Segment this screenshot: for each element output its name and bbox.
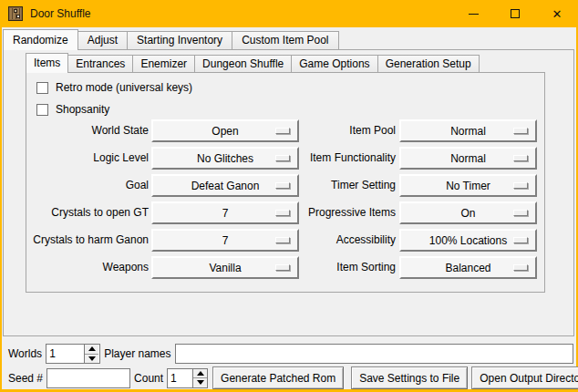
- count-spin-buttons: [192, 369, 207, 387]
- titlebar: Door Shuffle ✕: [0, 0, 578, 27]
- bottom-controls: Worlds Player names Seed # Count: [2, 337, 576, 389]
- item-sorting-value: Balanced: [445, 262, 490, 274]
- dropdown-indicator-icon: [513, 182, 528, 189]
- tab-enemizer[interactable]: Enemizer: [132, 55, 195, 72]
- worlds-label: Worlds: [8, 347, 42, 360]
- spin-down-button[interactable]: [193, 378, 207, 387]
- item-functionality-label: Item Functionality: [273, 147, 396, 170]
- timer-setting-value: No Timer: [446, 180, 490, 192]
- spin-down-icon: [88, 356, 96, 361]
- maximize-button[interactable]: [494, 0, 536, 27]
- goal-value: Defeat Ganon: [191, 180, 260, 192]
- item-functionality-value: Normal: [450, 152, 486, 165]
- progressive-items-label: Progressive Items: [273, 201, 396, 224]
- timer-setting-label: Timer Setting: [273, 174, 396, 197]
- tab-items[interactable]: Items: [26, 53, 68, 73]
- tab-adjust[interactable]: Adjust: [77, 31, 128, 49]
- timer-setting-dropdown[interactable]: No Timer: [399, 174, 537, 197]
- tab-custom-item-pool[interactable]: Custom Item Pool: [232, 31, 338, 49]
- world-state-label: World State: [26, 119, 149, 142]
- progressive-items-value: On: [460, 207, 475, 220]
- tab-dungeon-shuffle[interactable]: Dungeon Shuffle: [194, 55, 292, 72]
- window-body: Randomize Adjust Starting Inventory Cust…: [2, 27, 576, 389]
- player-names-input[interactable]: [175, 344, 574, 364]
- crystals-ganon-value: 7: [222, 234, 229, 247]
- item-pool-value: Normal: [450, 125, 486, 138]
- retro-mode-label: Retro mode (universal keys): [56, 81, 192, 94]
- caption-buttons: ✕: [452, 0, 578, 27]
- maximize-icon: [511, 9, 520, 18]
- spin-up-icon: [197, 371, 204, 376]
- spin-up-icon: [88, 346, 96, 351]
- count-input[interactable]: [168, 369, 192, 387]
- item-pool-dropdown[interactable]: Normal: [399, 119, 537, 142]
- player-names-label: Player names: [104, 347, 170, 360]
- goal-label: Goal: [26, 174, 149, 197]
- seed-input[interactable]: [46, 368, 130, 388]
- dropdown-indicator-icon: [513, 128, 528, 134]
- dropdown-indicator-icon: [513, 237, 528, 243]
- retro-mode-checkbox[interactable]: Retro mode (universal keys): [36, 81, 192, 94]
- item-functionality-dropdown[interactable]: Normal: [399, 147, 537, 170]
- accessibility-label: Accessibility: [273, 229, 396, 252]
- tab-generation-setup[interactable]: Generation Setup: [377, 55, 480, 72]
- open-output-button[interactable]: Open Output Directory: [471, 366, 578, 389]
- item-sorting-dropdown[interactable]: Balanced: [399, 256, 537, 279]
- accessibility-dropdown[interactable]: 100% Locations: [399, 229, 537, 252]
- dropdown-indicator-icon: [513, 210, 528, 216]
- minimize-icon: [469, 14, 479, 15]
- dropdown-indicator-icon: [513, 155, 528, 161]
- crystals-gt-value: 7: [222, 207, 229, 220]
- seed-row: Seed # Count Generate Patched Rom Save S…: [8, 366, 573, 389]
- spin-down-button[interactable]: [85, 355, 98, 364]
- item-sorting-label: Item Sorting: [273, 256, 396, 279]
- accessibility-value: 100% Locations: [429, 234, 507, 247]
- crystals-gt-label: Crystals to open GT: [26, 201, 149, 224]
- spin-up-button[interactable]: [193, 369, 207, 379]
- sub-tab-bar: Items Entrances Enemizer Dungeon Shuffle…: [26, 52, 479, 72]
- items-panel: Retro mode (universal keys) Shopsanity W…: [26, 72, 545, 293]
- logic-level-label: Logic Level: [26, 147, 149, 170]
- world-state-value: Open: [212, 125, 238, 138]
- worlds-spinbox: [46, 344, 100, 364]
- worlds-row: Worlds Player names: [8, 344, 573, 364]
- count-spinbox: [167, 368, 208, 388]
- weapons-label: Weapons: [26, 256, 149, 279]
- app-window: Door Shuffle ✕ Randomize Adjust Starting…: [0, 0, 578, 392]
- count-label: Count: [134, 372, 163, 385]
- tab-randomize[interactable]: Randomize: [3, 29, 78, 50]
- window-title: Door Shuffle: [30, 7, 91, 20]
- checkbox-icon: [36, 82, 48, 94]
- seed-label: Seed #: [8, 372, 43, 385]
- main-tab-bar: Randomize Adjust Starting Inventory Cust…: [3, 28, 338, 49]
- close-button[interactable]: ✕: [536, 0, 578, 27]
- weapons-value: Vanilla: [209, 262, 241, 274]
- generate-rom-button[interactable]: Generate Patched Rom: [212, 366, 344, 389]
- spin-down-icon: [197, 380, 204, 385]
- crystals-ganon-label: Crystals to harm Ganon: [26, 229, 149, 252]
- item-pool-label: Item Pool: [273, 119, 396, 142]
- spin-up-button[interactable]: [85, 345, 98, 355]
- tab-starting-inventory[interactable]: Starting Inventory: [127, 31, 232, 49]
- shopsanity-checkbox[interactable]: Shopsanity: [36, 103, 109, 116]
- worlds-input[interactable]: [46, 345, 84, 363]
- shopsanity-label: Shopsanity: [56, 103, 109, 116]
- progressive-items-dropdown[interactable]: On: [399, 201, 537, 224]
- tab-entrances[interactable]: Entrances: [67, 55, 133, 72]
- tab-game-options[interactable]: Game Options: [291, 55, 377, 72]
- worlds-spin-buttons: [84, 345, 98, 363]
- logic-level-value: No Glitches: [197, 152, 253, 165]
- minimize-button[interactable]: [452, 0, 494, 27]
- door-icon: [8, 6, 23, 21]
- dropdown-indicator-icon: [513, 264, 528, 271]
- save-settings-button[interactable]: Save Settings to File: [351, 366, 468, 389]
- checkbox-icon: [36, 104, 48, 116]
- randomize-panel: Items Entrances Enemizer Dungeon Shuffle…: [3, 49, 574, 336]
- close-icon: ✕: [552, 8, 563, 20]
